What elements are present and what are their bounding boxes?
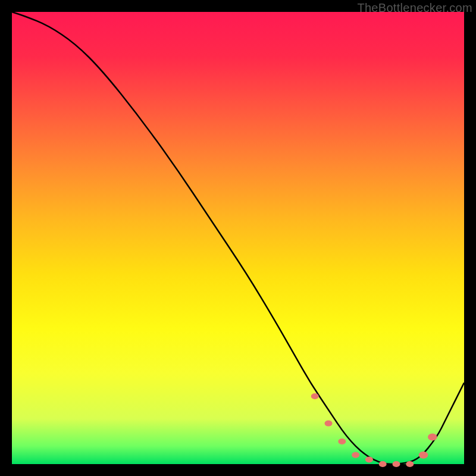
trough-marker bbox=[365, 456, 373, 462]
trough-marker bbox=[419, 452, 428, 459]
trough-marker bbox=[428, 433, 437, 440]
trough-marker bbox=[338, 439, 346, 444]
trough-marker bbox=[379, 461, 387, 467]
trough-marker bbox=[352, 452, 359, 458]
trough-marker bbox=[393, 461, 400, 467]
curve-path bbox=[12, 12, 464, 464]
plot-area bbox=[12, 12, 464, 464]
marker-group bbox=[311, 393, 437, 467]
trough-marker bbox=[406, 461, 414, 467]
trough-marker bbox=[311, 393, 319, 399]
trough-marker bbox=[325, 421, 333, 427]
chart-frame: TheBottlenecker.com bbox=[0, 0, 476, 476]
bottleneck-curve bbox=[12, 12, 464, 464]
